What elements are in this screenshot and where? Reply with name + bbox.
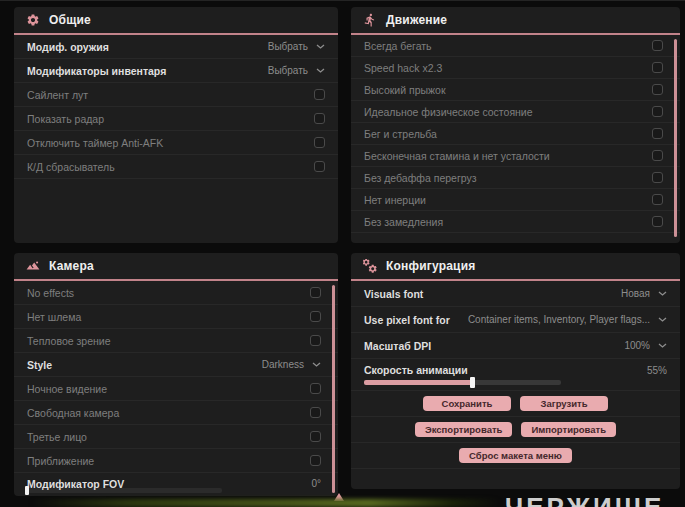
chevron-down-icon xyxy=(658,317,667,322)
save-button[interactable]: Сохранить xyxy=(423,396,511,411)
panel-movement-header[interactable]: Движение xyxy=(351,7,680,35)
panel-title: Движение xyxy=(386,13,447,27)
checkbox[interactable] xyxy=(314,113,325,124)
setting-row-animation-speed: Скорость анимации 55% xyxy=(351,359,680,391)
pixel-font-dropdown[interactable]: Container items, Inventory, Player flags… xyxy=(468,314,667,325)
checkbox[interactable] xyxy=(652,40,663,51)
dpi-scale-dropdown[interactable]: 100% xyxy=(624,340,667,351)
setting-row-silent-loot: Сайлент лут xyxy=(14,83,338,107)
checkbox[interactable] xyxy=(652,106,663,117)
setting-label: Высокий прыжок xyxy=(364,84,446,96)
dropdown-value: Выбрать xyxy=(268,65,308,76)
dropdown-value: Darkness xyxy=(262,359,304,370)
movement-scrollbar[interactable] xyxy=(674,39,677,237)
setting-label: Speed hack x2.3 xyxy=(364,62,442,74)
dropdown-value: 100% xyxy=(624,340,650,351)
setting-row-no-helmet: Нет шлема xyxy=(14,305,338,329)
panel-config: Конфигурация Visuals font Новая Use pixe… xyxy=(351,253,680,489)
checkbox[interactable] xyxy=(310,407,321,418)
panel-camera-header[interactable]: Камера xyxy=(14,253,338,281)
setting-label: Скорость анимации xyxy=(364,364,468,376)
config-buttons-row-1: Сохранить Загрузить xyxy=(351,391,680,417)
setting-row-visuals-font: Visuals font Новая xyxy=(351,281,680,307)
export-button[interactable]: Экспортировать xyxy=(415,422,512,437)
setting-row-no-overload-debuff: Без дебаффа перегруз xyxy=(351,167,680,189)
checkbox[interactable] xyxy=(310,455,321,466)
gear-icon xyxy=(26,13,40,27)
style-dropdown[interactable]: Darkness xyxy=(262,359,321,370)
panel-title: Общие xyxy=(49,13,91,27)
checkbox[interactable] xyxy=(652,194,663,205)
setting-label: Use pixel font for xyxy=(364,314,450,326)
setting-row-no-effects: No effects xyxy=(14,281,338,305)
setting-label: Третье лицо xyxy=(27,431,87,443)
reset-menu-layout-button[interactable]: Сброс макета меню xyxy=(459,448,572,463)
checkbox[interactable] xyxy=(652,216,663,227)
setting-label: Тепловое зрение xyxy=(27,335,111,347)
setting-label: Всегда бегать xyxy=(364,40,432,52)
chevron-down-icon xyxy=(316,68,325,73)
setting-row-pixel-font: Use pixel font for Container items, Inve… xyxy=(351,307,680,333)
chevron-down-icon xyxy=(312,362,321,367)
setting-label: Без замедления xyxy=(364,216,443,228)
slider-handle[interactable] xyxy=(470,377,475,388)
setting-row-inventory-mods: Модификаторы инвентаря Выбрать xyxy=(14,59,338,83)
setting-label: Показать радар xyxy=(27,113,104,125)
image-icon xyxy=(26,259,40,273)
game-background-strip xyxy=(30,499,500,507)
panel-general-header[interactable]: Общие xyxy=(14,7,338,35)
setting-label: Свободная камера xyxy=(27,407,119,419)
checkbox[interactable] xyxy=(310,287,321,298)
import-button[interactable]: Импортировать xyxy=(521,422,616,437)
panel-config-header[interactable]: Конфигурация xyxy=(351,253,680,281)
visuals-font-dropdown[interactable]: Новая xyxy=(621,288,667,299)
setting-label: Без дебаффа перегруз xyxy=(364,172,477,184)
setting-row-dpi-scale: Масштаб DPI 100% xyxy=(351,333,680,359)
setting-label: Бег и стрельба xyxy=(364,128,437,140)
animation-speed-slider[interactable] xyxy=(364,380,561,385)
setting-label: Идеальное физическое состояние xyxy=(364,106,533,118)
checkbox[interactable] xyxy=(310,383,321,394)
checkbox[interactable] xyxy=(310,311,321,322)
camera-scrollbar[interactable] xyxy=(332,285,335,493)
dropdown-value: Новая xyxy=(621,288,650,299)
panel-camera: Камера No effects Нет шлема Тепловое зре… xyxy=(14,253,338,496)
setting-row-weapon-mod: Модиф. оружия Выбрать xyxy=(14,35,338,59)
dropdown-value: Выбрать xyxy=(268,41,308,52)
setting-label: Сайлент лут xyxy=(27,89,88,101)
load-button[interactable]: Загрузить xyxy=(520,396,608,411)
checkbox[interactable] xyxy=(652,150,663,161)
setting-label: Модификаторы инвентаря xyxy=(27,65,166,77)
setting-row-no-inertia: Нет инерции xyxy=(351,189,680,211)
animation-speed-value: 55% xyxy=(647,365,667,376)
fov-slider-handle[interactable] xyxy=(25,486,29,495)
panel-movement: Движение Всегда бегать Speed hack x2.3 В… xyxy=(351,7,680,243)
checkbox[interactable] xyxy=(310,431,321,442)
weapon-mod-dropdown[interactable]: Выбрать xyxy=(268,41,325,52)
setting-label: Приближение xyxy=(27,455,94,467)
setting-row-night-vision: Ночное видение xyxy=(14,377,338,401)
mod-menu: Общие Модиф. оружия Выбрать Модификаторы… xyxy=(0,0,685,507)
panel-title: Конфигурация xyxy=(386,259,475,273)
checkbox[interactable] xyxy=(314,161,325,172)
checkbox[interactable] xyxy=(314,89,325,100)
fov-value: 0° xyxy=(311,478,321,489)
chevron-down-icon xyxy=(658,343,667,348)
checkbox[interactable] xyxy=(652,172,663,183)
setting-row-run-and-shoot: Бег и стрельба xyxy=(351,123,680,145)
setting-row-cd-reset: К/Д сбрасыватель xyxy=(14,155,338,179)
checkbox[interactable] xyxy=(310,335,321,346)
checkbox[interactable] xyxy=(652,62,663,73)
setting-row-third-person: Третье лицо xyxy=(14,425,338,449)
checkbox[interactable] xyxy=(652,84,663,95)
setting-label: К/Д сбрасыватель xyxy=(27,161,115,173)
setting-row-perfect-condition: Идеальное физическое состояние xyxy=(351,101,680,123)
fov-slider[interactable] xyxy=(25,488,222,493)
checkbox[interactable] xyxy=(314,137,325,148)
setting-row-thermal-vision: Тепловое зрение xyxy=(14,329,338,353)
checkbox[interactable] xyxy=(652,128,663,139)
setting-label: Visuals font xyxy=(364,288,423,300)
dropdown-value: Container items, Inventory, Player flags… xyxy=(468,314,650,325)
panel-title: Камера xyxy=(49,259,94,273)
inventory-mods-dropdown[interactable]: Выбрать xyxy=(268,65,325,76)
